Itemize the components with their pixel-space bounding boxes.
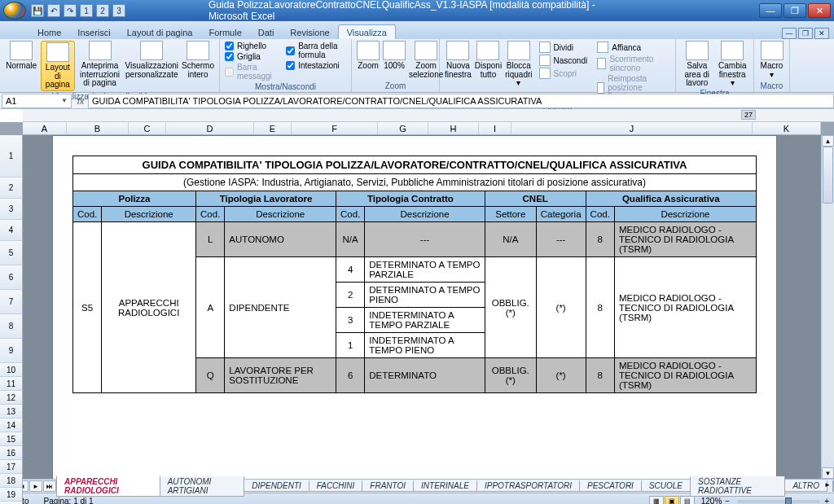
tab-home[interactable]: Home [29,25,69,39]
chk-intestazioni[interactable]: Intestazioni [286,61,346,70]
row-headers[interactable]: 1 2 3 4 5 6 7 8 9 10 11 12 13 14 15 16 1… [0,135,23,479]
scroll-thumb[interactable] [823,147,833,204]
hide-button[interactable]: Nascondi [538,54,590,67]
doc-close-button[interactable]: ✕ [814,28,829,39]
sheet-tab[interactable]: PESCATORI [579,480,642,492]
column-headers[interactable]: A B C D E F G H I J K [23,122,821,135]
macro-button[interactable]: Macro ▾ [759,41,784,79]
side-by-side-button[interactable]: Affianca [595,41,670,54]
tab-formule[interactable]: Formule [200,25,249,39]
row-header[interactable]: 10 [0,363,23,377]
sheet-tab[interactable]: INTERINALE [413,480,477,492]
row-header[interactable]: 15 [0,432,23,446]
row-header[interactable]: 8 [0,314,23,339]
chk-righello[interactable]: Righello [225,42,276,50]
col-header[interactable]: H [428,122,479,134]
name-box[interactable]: A1▼ [2,94,72,108]
doc-restore-button[interactable]: ❐ [798,28,813,39]
tab-visualizza[interactable]: Visualizza [338,24,396,39]
save-workspace-button[interactable]: Salva area di lavoro [681,41,713,88]
formula-input[interactable]: GUIDA COMPATIBILITA' TIPOLOGIA POLIZZA/L… [88,94,834,108]
tab-revisione[interactable]: Revisione [282,25,337,39]
new-window-button[interactable]: Nuova finestra [445,41,472,79]
sheet-tab[interactable]: SCUOLE [641,480,691,492]
sheet-tab[interactable]: FRANTOI [362,480,414,492]
col-header[interactable]: D [166,122,254,134]
row-header[interactable]: 11 [0,377,23,391]
col-header[interactable]: B [67,122,129,134]
view-page-break-icon[interactable]: ▤ [680,496,695,505]
row-header[interactable]: 16 [0,446,23,460]
zoom-slider[interactable] [738,500,819,503]
row-header[interactable]: 7 [0,290,23,314]
row-header[interactable]: 19 [0,488,23,502]
chk-griglia[interactable]: Griglia [225,52,276,61]
view-normal-icon[interactable]: ▦ [649,496,664,505]
row-header[interactable]: 13 [0,405,23,419]
close-button[interactable]: ✕ [808,3,831,18]
scroll-up-button[interactable]: ▲ [822,135,834,147]
row-header[interactable]: 3 [0,199,23,220]
row-header[interactable]: 17 [0,460,23,474]
row-header[interactable]: 1 [0,135,23,177]
row-header[interactable]: 18 [0,474,23,488]
office-button[interactable] [3,2,26,20]
zoom-selection-button[interactable]: Zoom selezione [409,41,443,79]
sheet-tab[interactable]: IPPOTRASPORTATORI [476,480,580,492]
tab-inserisci[interactable]: Inserisci [69,25,118,39]
view-anteprima-button[interactable]: Anteprima interruzioni di pagina [78,41,122,88]
vertical-scrollbar[interactable]: ▲ ▼ [821,135,834,479]
col-header[interactable]: F [292,122,378,134]
col-header[interactable]: J [511,122,753,134]
col-header[interactable]: C [129,122,166,134]
undo-icon[interactable]: ↶ [47,4,60,17]
zoom-in-button[interactable]: + [824,497,829,504]
view-page-layout-icon[interactable]: ▣ [665,496,679,505]
view-personalizzate-button[interactable]: Visualizzazioni personalizzate [125,41,178,79]
sheet-tab[interactable]: AUTONOMI ARTIGIANI [160,476,245,497]
col-header[interactable]: E [254,122,292,134]
chk-barra-msg: Barra messaggi [225,63,276,81]
save-icon[interactable]: 💾 [31,4,44,17]
row-header[interactable]: 9 [0,339,23,363]
sheet-nav-last[interactable]: ⏭ [43,480,56,492]
zoom-out-button[interactable]: − [725,497,730,504]
tab-dati[interactable]: Dati [250,25,283,39]
scroll-down-button[interactable]: ▼ [822,467,834,479]
col-header[interactable]: K [753,122,821,134]
row-header[interactable]: 2 [0,177,23,199]
sheet-tab[interactable]: FACCHINI [309,480,362,492]
col-header[interactable]: I [479,122,511,134]
sheet-tab[interactable]: SOSTANZE RADIOATTIVE [690,476,785,497]
zoom-button[interactable]: Zoom [357,41,380,71]
row-header[interactable]: 6 [0,265,23,290]
switch-window-button[interactable]: Cambia finestra ▾ [717,41,749,88]
row-header[interactable]: 4 [0,220,23,241]
zoom-100-button[interactable]: 100% [383,41,406,71]
view-normale-button[interactable]: Normale [5,41,37,71]
redo-icon[interactable]: ↷ [64,4,77,17]
view-layout-button[interactable]: Layout di pagina [41,41,74,91]
row-header[interactable]: 12 [0,391,23,405]
tab-layout[interactable]: Layout di pagina [119,25,201,39]
sheet-nav-next[interactable]: ► [29,480,42,492]
view-schermo-intero-button[interactable]: Schermo intero [182,41,214,79]
col-header[interactable]: G [378,122,428,134]
fx-icon[interactable]: fx [73,96,88,106]
chk-barra-formula[interactable]: Barra della formula [286,42,346,59]
sheet-tab[interactable]: APPARECCHI RADIOLOGICI [56,476,160,497]
chevron-down-icon[interactable]: ▼ [61,97,68,104]
freeze-panes-button[interactable]: Blocca riquadri ▾ [505,41,532,88]
zoom-slider-thumb[interactable] [785,497,792,505]
zoom-value[interactable]: 120% [701,497,722,504]
row-header[interactable]: 5 [0,241,23,265]
doc-minimize-button[interactable]: — [782,28,797,39]
page-layout-view[interactable]: GUIDA COMPATIBILITA' TIPOLOGIA POLIZZA/L… [23,135,821,479]
sheet-tab[interactable]: DIPENDENTI [244,480,309,492]
arrange-all-button[interactable]: Disponi tutto [475,41,502,79]
minimize-button[interactable]: — [759,3,782,18]
maximize-button[interactable]: ❐ [784,3,806,18]
row-header[interactable]: 14 [0,419,23,432]
split-button[interactable]: Dividi [538,41,590,54]
col-header[interactable]: A [23,122,67,134]
